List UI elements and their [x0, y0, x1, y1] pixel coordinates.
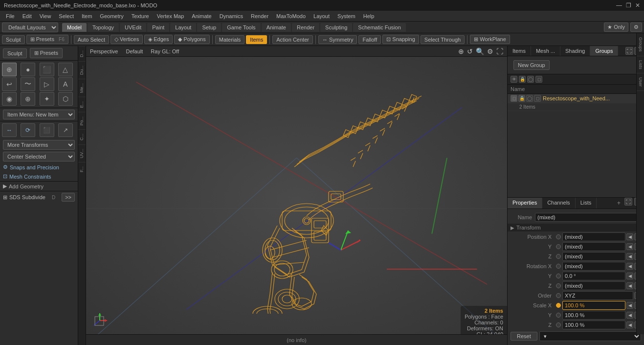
minimize-btn[interactable]: —: [616, 2, 622, 9]
pos-y-dot[interactable]: [556, 244, 561, 249]
menu-select[interactable]: Select: [55, 12, 78, 20]
pos-z-arrow[interactable]: ◀: [626, 253, 633, 260]
menu-edit[interactable]: Edit: [19, 12, 36, 20]
sculpt-button[interactable]: Sculpt: [2, 35, 25, 44]
menu-vertexmap[interactable]: Vertex Map: [153, 12, 188, 20]
vp-ctrl-1[interactable]: ⊕: [458, 47, 464, 55]
pt-tab-lists[interactable]: Lists: [576, 198, 597, 208]
item-menu-select[interactable]: Item Menu: New Item: [3, 110, 75, 119]
pos-z-dot[interactable]: [556, 254, 561, 259]
snaps-precision-link[interactable]: ⚙ Snaps and Precision: [0, 162, 78, 172]
more-transforms-select[interactable]: More Transforms: [3, 140, 75, 150]
rot-y-value[interactable]: 0.0 °: [562, 272, 625, 280]
side-tab-7[interactable]: UV...: [78, 144, 86, 162]
falloff-button[interactable]: Falloff: [358, 35, 381, 44]
side-tab-4[interactable]: E...: [78, 97, 86, 112]
menu-animate[interactable]: Animate: [188, 12, 215, 20]
pos-y-value[interactable]: (mixed): [562, 242, 625, 251]
symmetry-button[interactable]: ↔ Symmetry: [318, 35, 357, 44]
tool-square[interactable]: ⬛: [40, 63, 54, 76]
tab-model[interactable]: Model: [62, 23, 87, 32]
pt-tab-properties[interactable]: Properties: [508, 198, 542, 208]
gi-vis[interactable]: ◻: [535, 76, 542, 83]
scale-y-arrow[interactable]: ◀: [626, 312, 633, 319]
tool-play[interactable]: ▷: [40, 77, 54, 91]
more-btn[interactable]: >>: [62, 193, 75, 202]
menu-render[interactable]: Render: [247, 12, 272, 20]
side-tab-5[interactable]: Po...: [78, 112, 86, 130]
workplane-button[interactable]: ⊞ WorkPlane: [470, 35, 510, 44]
pos-x-value[interactable]: (mixed): [562, 232, 625, 241]
materials-button[interactable]: Materials: [215, 35, 245, 44]
side-tab-3[interactable]: Me...: [78, 79, 86, 97]
layout-dropdown[interactable]: Default Layouts: [2, 23, 58, 32]
menu-maxtomodo[interactable]: MaxToModo: [272, 12, 310, 20]
polygons-button[interactable]: ◆ Polygons: [174, 35, 209, 44]
tab-paint[interactable]: Paint: [147, 23, 169, 32]
vp-ctrl-5[interactable]: ⛶: [496, 47, 503, 55]
reset-button[interactable]: Reset: [511, 332, 537, 341]
menu-help[interactable]: Help: [359, 12, 378, 20]
menu-dynamics[interactable]: Dynamics: [216, 12, 247, 20]
viewport[interactable]: Perspective Default Ray GL: Off ⊕ ↺ 🔍 ⚙ …: [86, 46, 507, 345]
tool-target[interactable]: ◉: [2, 92, 17, 106]
transform-expand[interactable]: ↗: [58, 123, 73, 137]
menu-view[interactable]: View: [36, 12, 55, 20]
auto-select-button[interactable]: Auto Select: [74, 35, 109, 44]
group-render-icon[interactable]: ◯: [526, 95, 533, 102]
tab-render[interactable]: Render: [292, 23, 319, 32]
rot-z-value[interactable]: (mixed): [562, 281, 625, 290]
pos-y-arrow[interactable]: ◀: [626, 243, 633, 250]
select-through-button[interactable]: Select Through: [421, 35, 465, 44]
new-group-button[interactable]: New Group: [513, 60, 550, 70]
vertices-button[interactable]: ◇ Vertices: [111, 35, 143, 44]
rsb-lists[interactable]: Lists: [637, 56, 644, 74]
tool-undo[interactable]: ↩: [2, 77, 17, 91]
tool-text[interactable]: A: [58, 77, 73, 91]
name-field-value[interactable]: (mixed): [535, 213, 641, 222]
tool-move[interactable]: ⊕: [2, 63, 17, 76]
props-expand-icon[interactable]: ⛶: [624, 198, 632, 206]
side-tab-6[interactable]: C...: [78, 129, 86, 144]
vp-ctrl-4[interactable]: ⚙: [487, 47, 493, 55]
tool-add[interactable]: ⊕: [21, 92, 35, 106]
rp-icon-expand[interactable]: ⛶: [625, 47, 633, 55]
edges-button[interactable]: ◈ Edges: [144, 35, 173, 44]
vp-ctrl-3[interactable]: 🔍: [476, 47, 484, 55]
rp-tab-shading[interactable]: Shading: [560, 46, 590, 56]
presets-tool-btn[interactable]: ⊞ Presets: [30, 48, 63, 58]
tool-triangle[interactable]: △: [58, 63, 73, 76]
tab-uvedit[interactable]: UVEdit: [120, 23, 146, 32]
pos-x-dot[interactable]: [556, 234, 561, 239]
tab-sculpting[interactable]: Sculpting: [320, 23, 352, 32]
rot-z-arrow[interactable]: ◀: [626, 282, 633, 289]
rot-x-arrow[interactable]: ◀: [626, 263, 633, 270]
rp-tab-items[interactable]: Items: [508, 46, 531, 56]
transform-move[interactable]: ↔: [2, 123, 17, 137]
tool-wave[interactable]: 〜: [21, 77, 35, 91]
tool-circle[interactable]: ●: [21, 63, 35, 76]
side-tab-1[interactable]: D...: [78, 46, 86, 61]
rot-z-dot[interactable]: [556, 283, 561, 288]
menu-system[interactable]: System: [333, 12, 359, 20]
rsb-user[interactable]: User: [637, 73, 644, 91]
sculpt-tool-btn[interactable]: Sculpt: [3, 48, 27, 58]
mesh-constraints-link[interactable]: ⊡ Mesh Constraints: [0, 172, 78, 181]
gi-render[interactable]: ◯: [527, 76, 534, 83]
group-vis-icon[interactable]: ◻: [511, 95, 517, 102]
order-dot[interactable]: [556, 293, 561, 298]
pos-z-value[interactable]: (mixed): [562, 252, 625, 261]
rot-x-dot[interactable]: [556, 264, 561, 269]
snapping-button[interactable]: ⊡ Snapping: [382, 35, 419, 44]
gi-eye[interactable]: 👁: [511, 76, 517, 83]
menu-layout[interactable]: Layout: [310, 12, 333, 20]
menu-geometry[interactable]: Geometry: [96, 12, 127, 20]
tab-setup[interactable]: Setup: [197, 23, 221, 32]
settings-icon[interactable]: ⚙: [630, 23, 642, 32]
only-button[interactable]: ★ Only: [604, 23, 628, 32]
scale-y-value[interactable]: 100.0 %: [562, 311, 625, 320]
tab-gametools[interactable]: Game Tools: [222, 23, 261, 32]
menu-file[interactable]: File: [2, 12, 19, 20]
pt-plus-btn[interactable]: +: [613, 198, 624, 208]
side-tab-8[interactable]: F...: [78, 162, 86, 176]
